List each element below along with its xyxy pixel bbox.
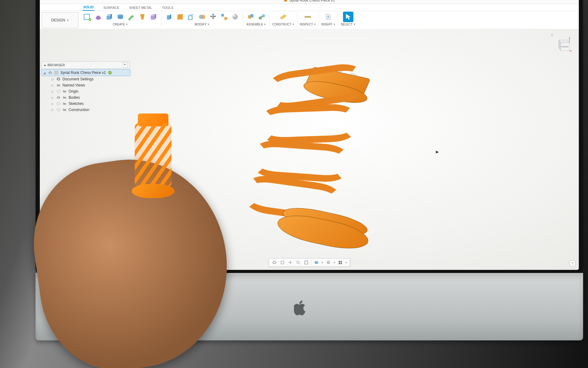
svg-rect-0 (84, 14, 90, 20)
move-button[interactable] (208, 12, 218, 22)
chevron-down-icon[interactable]: ▼ (126, 23, 128, 26)
create-form-button[interactable] (93, 12, 104, 22)
browser-doc-settings-label: Document Settings (62, 77, 93, 81)
new-component-button[interactable] (246, 12, 256, 22)
browser-row-bodies[interactable]: ▷ Bodies (41, 94, 130, 101)
design-workspace-button[interactable]: DESIGN ▼ (42, 12, 78, 28)
browser-root-row[interactable]: ◢ Sprial Rook Chess Piece v1 (41, 69, 130, 76)
expand-icon[interactable]: ▷ (51, 83, 55, 87)
tab-solid[interactable]: SOLID (83, 4, 94, 11)
chevron-down-icon[interactable]: ▼ (333, 23, 335, 26)
pan-icon[interactable] (287, 259, 293, 266)
ribbon-separator (297, 12, 297, 26)
chevron-down-icon[interactable]: ▼ (292, 23, 295, 26)
browser-row-doc-settings[interactable]: ▷ Document Settings (41, 76, 130, 82)
sweep-button[interactable] (126, 12, 137, 22)
measure-button[interactable] (303, 12, 313, 22)
loft-button[interactable] (137, 12, 148, 22)
chevron-down-icon[interactable]: ▼ (345, 262, 347, 264)
tab-sheet-metal[interactable]: SHEET METAL (129, 5, 153, 11)
chevron-down-icon[interactable]: ▼ (314, 23, 316, 26)
chevron-down-icon[interactable]: ▼ (207, 23, 209, 26)
box-button[interactable] (148, 12, 159, 22)
display-settings-icon[interactable] (313, 259, 319, 266)
ribbon-tab-row: SOLID SURFACE SHEET METAL TOOLS (40, 4, 579, 11)
ribbon-group-assemble: ASSEMBLE▼ (244, 12, 268, 26)
ribbon-insert-label: INSERT (321, 23, 333, 26)
joint-button[interactable] (257, 12, 267, 22)
ribbon-separator (318, 12, 319, 26)
viewport-layout-icon[interactable] (337, 259, 343, 266)
svg-rect-30 (339, 263, 340, 264)
browser-row-origin[interactable]: ▷ Origin (41, 88, 130, 94)
rendered-model[interactable] (237, 59, 419, 269)
tab-tools[interactable]: TOOLS (161, 5, 174, 11)
ribbon-group-select: SELECT▼ (339, 12, 357, 26)
browser-header[interactable]: ◂ BROWSER (42, 61, 130, 69)
select-tool-button[interactable] (343, 12, 353, 22)
toolbar-separator (311, 260, 311, 265)
visibility-icon[interactable] (56, 95, 61, 100)
expand-icon[interactable]: ▷ (51, 96, 55, 99)
orbit-icon[interactable] (271, 259, 277, 266)
expand-icon[interactable]: ▷ (51, 108, 55, 112)
browser-row-named-views[interactable]: ▷ Named Views (41, 82, 130, 88)
expand-icon[interactable]: ▷ (51, 77, 55, 81)
design-label: DESIGN (51, 18, 65, 22)
ribbon-create-label: CREATE (113, 23, 125, 26)
construct-plane-button[interactable] (278, 12, 288, 22)
browser-row-construction[interactable]: ▷ Construction (41, 107, 130, 113)
document-title: Sprial Rook Chess Piece v1 (289, 0, 335, 2)
home-view-icon[interactable]: ⌂ (551, 32, 553, 37)
help-badge[interactable]: ? (569, 260, 576, 267)
browser-sketches-label: Sketches (69, 102, 84, 106)
press-pull-button[interactable] (164, 12, 174, 22)
browser-bodies-label: Bodies (69, 95, 80, 100)
physical-material-button[interactable] (230, 12, 240, 22)
gear-icon (56, 77, 61, 81)
visibility-icon[interactable] (48, 71, 52, 75)
print-base (132, 184, 175, 198)
ribbon-select-label: SELECT (341, 23, 352, 26)
ribbon-group-create: CREATE▼ (81, 12, 160, 26)
folder-icon (62, 95, 67, 100)
visibility-icon[interactable] (56, 89, 61, 94)
view-cube-widget[interactable]: FRONT z x (554, 36, 571, 53)
ribbon-group-modify: MODIFY▼ (163, 12, 242, 26)
shell-button[interactable] (186, 12, 196, 22)
browser-row-sketches[interactable]: ▷ Sketches (41, 101, 130, 107)
fillet-button[interactable] (175, 12, 185, 22)
expand-root-icon[interactable]: ◢ (43, 71, 46, 75)
svg-rect-5 (221, 14, 224, 17)
viewcube-face-label: FRONT (561, 46, 569, 48)
chevron-down-icon: ▼ (66, 19, 69, 22)
browser-options-icon[interactable] (123, 63, 128, 67)
expand-icon[interactable]: ▷ (51, 90, 55, 93)
new-sketch-button[interactable] (82, 12, 92, 22)
svg-rect-28 (339, 261, 340, 263)
combine-button[interactable] (197, 12, 207, 22)
look-at-icon[interactable] (279, 259, 285, 266)
print-body (135, 123, 172, 187)
chevron-down-icon[interactable]: ▼ (264, 23, 266, 26)
align-button[interactable] (219, 12, 229, 22)
chevron-down-icon[interactable]: ▼ (321, 262, 323, 264)
tab-surface[interactable]: SURFACE (103, 5, 120, 11)
visibility-icon[interactable] (56, 102, 61, 106)
insert-derive-button[interactable] (323, 12, 334, 22)
revolve-button[interactable] (115, 12, 126, 22)
expand-icon[interactable]: ▷ (51, 102, 55, 105)
view-cube[interactable]: ⌂ FRONT z x (551, 32, 573, 55)
chevron-down-icon[interactable]: ▼ (333, 262, 335, 264)
chevron-down-icon[interactable]: ▼ (353, 23, 356, 26)
svg-line-25 (299, 263, 300, 264)
browser-named-views-label: Named Views (62, 83, 85, 87)
fit-icon[interactable] (303, 259, 309, 266)
zoom-icon[interactable] (295, 259, 301, 266)
folder-icon (62, 89, 67, 94)
browser-origin-label: Origin (69, 89, 78, 94)
extrude-button[interactable] (104, 12, 115, 22)
photo-background: Sprial Rook Chess Piece v1 SOLID SURFACE… (0, 0, 588, 368)
grid-settings-icon[interactable] (325, 259, 331, 266)
visibility-icon[interactable] (56, 108, 61, 112)
